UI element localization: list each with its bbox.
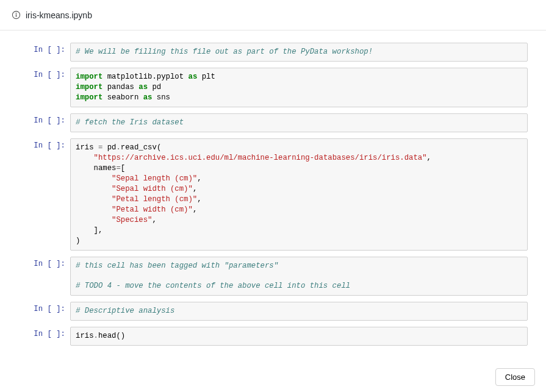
text: matplotlib.pyplot bbox=[102, 73, 188, 81]
indent bbox=[76, 205, 112, 214]
code-cell[interactable]: In [ ]: import matplotlib.pyplot as plt … bbox=[6, 68, 528, 107]
indent bbox=[76, 226, 94, 235]
keyword: as bbox=[138, 83, 148, 91]
keyword: as bbox=[143, 93, 153, 102]
input-prompt: In [ ]: bbox=[6, 257, 70, 268]
input-prompt: In [ ]: bbox=[6, 302, 70, 313]
text: pd bbox=[148, 83, 161, 91]
notebook-viewport[interactable]: In [ ]: # We will be filling this file o… bbox=[0, 30, 546, 360]
comma: , bbox=[152, 216, 156, 224]
keyword: import bbox=[76, 73, 102, 81]
text: iris bbox=[76, 332, 94, 340]
code-input[interactable]: # fetch the Iris dataset bbox=[70, 113, 528, 132]
string: "Sepal width (cm)" bbox=[112, 185, 193, 193]
comma: , bbox=[427, 154, 431, 162]
code-input[interactable]: import matplotlib.pyplot as plt import p… bbox=[70, 68, 528, 107]
info-icon bbox=[11, 10, 21, 20]
string: "Petal width (cm)" bbox=[112, 205, 193, 214]
code-cell[interactable]: In [ ]: # this cell has been tagged with… bbox=[6, 257, 528, 296]
indent bbox=[76, 185, 112, 193]
code-cell[interactable]: In [ ]: # We will be filling this file o… bbox=[6, 43, 528, 62]
code-input[interactable]: iris = pd.read_csv( "https://archive.ics… bbox=[70, 138, 528, 251]
text: names bbox=[76, 164, 116, 173]
input-prompt: In [ ]: bbox=[6, 43, 70, 54]
text: plt bbox=[197, 73, 215, 81]
paren: ) bbox=[76, 237, 80, 245]
comment: # fetch the Iris dataset bbox=[76, 118, 184, 127]
indent bbox=[76, 216, 112, 224]
keyword: import bbox=[76, 93, 102, 102]
code-cell[interactable]: In [ ]: iris = pd.read_csv( "https://arc… bbox=[6, 138, 528, 251]
keyword: as bbox=[189, 73, 198, 81]
comma: , bbox=[197, 174, 201, 183]
comma: , bbox=[193, 205, 197, 214]
comma: , bbox=[197, 195, 201, 204]
svg-rect-2 bbox=[15, 14, 16, 16]
code-input[interactable]: # this cell has been tagged with "parame… bbox=[70, 257, 528, 296]
code-input[interactable]: # We will be filling this file out as pa… bbox=[70, 43, 528, 62]
comment: # We will be filling this file out as pa… bbox=[76, 48, 373, 56]
input-prompt: In [ ]: bbox=[6, 113, 70, 125]
text: pd bbox=[102, 143, 116, 152]
string: "Petal length (cm)" bbox=[112, 195, 197, 204]
comment: # Descriptive analysis bbox=[76, 307, 174, 315]
input-prompt: In [ ]: bbox=[6, 68, 70, 79]
close-button[interactable]: Close bbox=[495, 368, 535, 386]
text: seaborn bbox=[102, 93, 143, 102]
comma: , bbox=[193, 185, 197, 193]
comment: # this cell has been tagged with "parame… bbox=[76, 262, 278, 270]
code-cell[interactable]: In [ ]: # fetch the Iris dataset bbox=[6, 113, 528, 132]
string: "Species" bbox=[112, 216, 152, 224]
string: "Sepal length (cm)" bbox=[112, 174, 197, 183]
code-input[interactable]: iris.head() bbox=[70, 327, 528, 346]
file-header: iris-kmeans.ipynb bbox=[0, 0, 546, 30]
operator: = bbox=[116, 164, 120, 173]
operator: . bbox=[116, 143, 120, 152]
bracket: ] bbox=[94, 226, 98, 235]
input-prompt: In [ ]: bbox=[6, 138, 70, 150]
input-prompt: In [ ]: bbox=[6, 327, 70, 338]
keyword: import bbox=[76, 83, 102, 91]
indent bbox=[76, 174, 112, 183]
comment: # TODO 4 - move the contents of the abov… bbox=[76, 282, 350, 290]
dialog-footer: Close bbox=[495, 368, 535, 386]
indent bbox=[76, 195, 112, 204]
operator: . bbox=[94, 332, 98, 340]
code-cell[interactable]: In [ ]: # Descriptive analysis bbox=[6, 302, 528, 321]
text: pandas bbox=[102, 83, 138, 91]
filename: iris-kmeans.ipynb bbox=[26, 10, 92, 20]
text: sns bbox=[152, 93, 170, 102]
paren: ( bbox=[157, 143, 161, 152]
text: head bbox=[98, 332, 117, 340]
text: iris bbox=[76, 143, 98, 152]
bracket: [ bbox=[121, 164, 125, 173]
indent bbox=[76, 154, 94, 162]
code-input[interactable]: # Descriptive analysis bbox=[70, 302, 528, 321]
paren: () bbox=[116, 332, 125, 340]
comma: , bbox=[98, 226, 102, 235]
string: "https://archive.ics.uci.edu/ml/machine-… bbox=[94, 154, 427, 162]
text: read_csv bbox=[121, 143, 157, 152]
code-cell[interactable]: In [ ]: iris.head() bbox=[6, 327, 528, 346]
svg-point-1 bbox=[15, 13, 16, 14]
